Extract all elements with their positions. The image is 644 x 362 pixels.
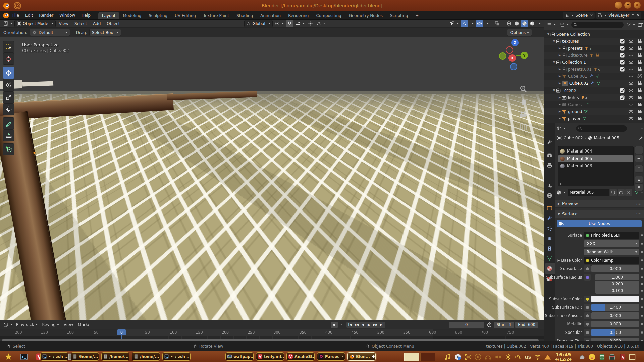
tool-transform[interactable]: [3, 103, 14, 115]
properties-tab-object[interactable]: [545, 203, 555, 213]
disclosure-open[interactable]: ▼: [546, 33, 550, 36]
timeline-menu-keying[interactable]: Keying: [40, 322, 61, 327]
use-nodes-button[interactable]: Use Nodes: [557, 220, 642, 227]
properties-tab-physics[interactable]: [545, 233, 555, 243]
tray-play-icon[interactable]: [474, 353, 482, 361]
tool-cursor[interactable]: [3, 53, 14, 65]
nodetree-dropdown[interactable]: [633, 189, 644, 196]
toggle-eye-closed[interactable]: [628, 67, 634, 72]
outliner-row-collection-1[interactable]: ▼Collection 1: [544, 59, 644, 66]
toggle-eye[interactable]: [628, 39, 634, 44]
toggle-eye[interactable]: [628, 81, 634, 86]
copy-material-button[interactable]: [618, 189, 625, 196]
disclosure-open[interactable]: ▼: [552, 89, 556, 92]
properties-tab-object-data[interactable]: [545, 253, 555, 263]
remove-viewlayer-icon[interactable]: [636, 13, 640, 17]
tray-music-icon[interactable]: [444, 353, 451, 361]
tray-pouch-icon[interactable]: [608, 353, 616, 361]
outliner-search-input[interactable]: [571, 22, 624, 28]
taskbar-window-parsec[interactable]: Parsec: [317, 352, 345, 361]
shading-rendered-button[interactable]: [528, 20, 536, 27]
add-workspace-button[interactable]: +: [412, 12, 422, 19]
toggle-camera-disabled[interactable]: [637, 74, 642, 79]
orientation-dropdown[interactable]: Default: [30, 29, 70, 36]
viewport-menu-view[interactable]: View: [56, 21, 71, 26]
toggle-eye-closed[interactable]: [628, 102, 634, 107]
slot-list-expand[interactable]: ▶: [560, 182, 562, 185]
panel-header-preview[interactable]: ▶Preview::::: [555, 200, 644, 208]
slider-field[interactable]: 0.000: [591, 338, 639, 341]
keyframe-dot[interactable]: [641, 259, 643, 261]
keyframe-dot[interactable]: [641, 251, 643, 253]
taskbar-window-twily-inf-[interactable]: twily.inf...: [256, 352, 284, 361]
viewport-menu-select[interactable]: Select: [72, 21, 90, 26]
material-browse-dropdown[interactable]: [555, 189, 567, 196]
taskbar-window--home-[interactable]: /home/...: [71, 352, 99, 361]
proportional-editing-toggle[interactable]: [307, 20, 314, 27]
color-swatch[interactable]: [591, 296, 639, 302]
disclosure-open[interactable]: ▼: [552, 40, 556, 43]
toggle-eye-closed[interactable]: [628, 53, 634, 58]
properties-filter-dropdown[interactable]: [638, 125, 644, 132]
toggle-camera[interactable]: [637, 46, 642, 51]
keyframe-dot[interactable]: [641, 290, 643, 292]
outliner-row-textures[interactable]: ▼textures: [544, 38, 644, 45]
transport-play-button[interactable]: ▶: [366, 322, 372, 328]
toggle-eye[interactable]: [628, 116, 634, 121]
show-gizmo-toggle[interactable]: [461, 20, 468, 27]
fake-user-button[interactable]: [610, 189, 617, 196]
keyframe-dot[interactable]: [641, 243, 643, 245]
gizmo-axis-x-neg[interactable]: [499, 52, 506, 60]
viewport-3d[interactable]: User Perspective (0) textures | Cube.002…: [0, 37, 544, 320]
new-collection-button[interactable]: [638, 22, 643, 27]
disclosure-closed[interactable]: ▶: [558, 103, 562, 106]
toggle-eye[interactable]: [628, 95, 634, 100]
add-slot-button[interactable]: +: [635, 146, 643, 154]
keyframe-dot[interactable]: [641, 306, 643, 308]
object-visibility-dropdown[interactable]: [448, 20, 460, 27]
properties-tab-material[interactable]: [545, 263, 555, 274]
toggle-camera[interactable]: [637, 53, 642, 58]
tool-add-cube[interactable]: [3, 143, 14, 155]
panel-header-surface[interactable]: ▼Surface::::: [555, 210, 644, 218]
shading-solid-button[interactable]: [513, 20, 521, 27]
toggle-checkbox[interactable]: [620, 46, 625, 51]
slider-field[interactable]: 0.000: [591, 321, 639, 327]
taskbar-window-wallpap-[interactable]: wallpap...: [225, 352, 254, 361]
taskbar-window--home-[interactable]: /home/...: [101, 352, 129, 361]
snap-toggle[interactable]: [286, 20, 293, 27]
scene-browse-icon[interactable]: [564, 13, 569, 18]
outliner-row--scene[interactable]: ▼_scene: [544, 87, 644, 94]
shading-material-preview-button[interactable]: [521, 20, 528, 27]
viewport-zoom-icon[interactable]: [519, 85, 527, 93]
properties-tab-particles[interactable]: [545, 223, 555, 233]
tray-calculator-icon[interactable]: [598, 353, 606, 361]
tray-warning-icon[interactable]: [544, 353, 551, 361]
keyframe-dot[interactable]: [641, 268, 643, 270]
node-value-field[interactable]: Principled BSDF: [584, 232, 639, 239]
dropdown-field[interactable]: Random Walk: [584, 249, 639, 255]
workspace-pager[interactable]: [404, 353, 435, 361]
transport-next-key-button[interactable]: ▶▶: [372, 322, 379, 328]
toggle-camera[interactable]: [637, 67, 642, 72]
tray-usb-icon[interactable]: [515, 353, 522, 361]
tab-compositing[interactable]: Compositing: [312, 12, 345, 19]
toggle-camera[interactable]: [637, 39, 642, 44]
viewport-orthographic-grid-icon[interactable]: [519, 123, 527, 131]
blender-app-menu-icon[interactable]: [3, 12, 9, 19]
slider-field[interactable]: 1.400: [591, 304, 639, 311]
material-name-field[interactable]: Material.005: [568, 189, 609, 196]
tab-modeling[interactable]: Modeling: [119, 12, 145, 19]
slot-list-grip[interactable]: :::::: [590, 182, 597, 185]
tab-sculpting[interactable]: Sculpting: [145, 12, 171, 19]
overlays-dropdown[interactable]: [484, 20, 490, 27]
drag-dropdown[interactable]: Select Box: [89, 29, 121, 36]
taskbar-window--zsh-[interactable]: ~ : zsh ...: [162, 352, 191, 361]
keyframe-dot[interactable]: [641, 298, 643, 300]
taskbar-window--zsh-[interactable]: ~ : zsh ...: [40, 352, 68, 361]
tab-shading[interactable]: Shading: [233, 12, 257, 19]
gizmo-dropdown[interactable]: [469, 20, 475, 27]
outliner-row-scene-collection[interactable]: ▼Scene Collection: [544, 31, 644, 38]
toggle-checkbox[interactable]: [620, 88, 625, 93]
menu-edit[interactable]: Edit: [22, 13, 36, 18]
